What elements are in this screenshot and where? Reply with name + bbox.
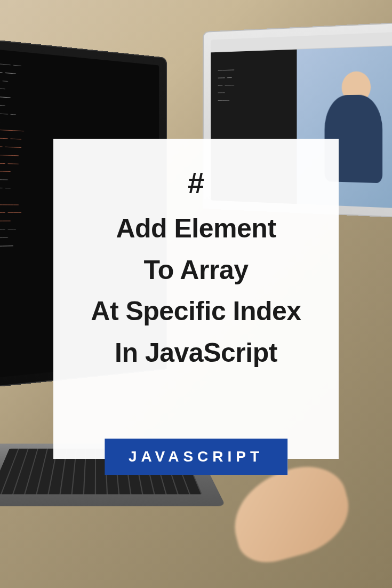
title-card: # Add Element To Array At Specific Index…: [53, 139, 339, 459]
hash-symbol: #: [188, 165, 204, 200]
title-line-4: In JavaScript: [91, 332, 301, 374]
main-title: Add Element To Array At Specific Index I…: [91, 208, 301, 374]
title-line-3: At Specific Index: [91, 291, 301, 332]
category-badge: JAVASCRIPT: [105, 439, 287, 475]
title-line-1: Add Element: [91, 208, 301, 250]
title-line-2: To Array: [91, 250, 301, 291]
